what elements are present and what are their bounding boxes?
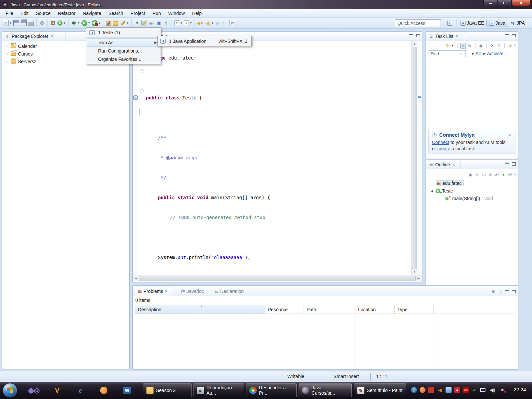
hide-static-members-icon[interactable]: ⊘ˢ	[494, 172, 500, 178]
show-whitespace-icon[interactable]: ¶	[163, 20, 169, 26]
tray-status-green-icon[interactable]: ✔	[471, 387, 477, 393]
horizontal-scrollbar[interactable]: ◀ ▶	[133, 275, 422, 281]
task-overview-marker[interactable]	[418, 96, 421, 98]
tab-close-icon[interactable]: ✕	[452, 163, 455, 167]
focus-on-workweek-icon[interactable]: ◉	[478, 43, 484, 49]
run-history-icon[interactable]: ▶	[92, 20, 97, 26]
run-icon[interactable]: ▶	[81, 20, 87, 26]
skip-all-breakpoints-icon[interactable]: ⊘	[39, 20, 45, 26]
view-menu-icon[interactable]: ▽	[514, 44, 516, 47]
internet-explorer-icon[interactable]: e	[76, 386, 85, 395]
menu-help[interactable]: Help	[189, 9, 205, 17]
maximize-view-icon[interactable]	[512, 162, 516, 166]
taskbar-button-eclipse[interactable]: Java - Cursos/sr...	[299, 383, 352, 397]
activate-link[interactable]: Activate...	[487, 51, 507, 56]
team-synchronize-icon[interactable]: ◉◦	[149, 20, 155, 26]
view-menu-icon[interactable]: ▽	[514, 173, 516, 176]
new-wizard-icon[interactable]: ✦	[3, 20, 9, 26]
tray-network-icon[interactable]	[480, 388, 485, 392]
maximize-view-icon[interactable]	[512, 34, 516, 37]
expand-arrow-icon[interactable]: ▷	[6, 44, 9, 48]
quick-access-input[interactable]	[395, 19, 441, 27]
column-header-resource[interactable]: Resource	[265, 305, 304, 314]
outline-item-method[interactable]: s main(String[]) : void	[426, 195, 518, 202]
outline-tab[interactable]: ☷ Outline ✕	[426, 160, 461, 169]
expand-arrow-icon[interactable]: ▷	[6, 52, 9, 56]
menu-search[interactable]: Search	[105, 9, 127, 17]
code-area[interactable]: package edu.fatec; public class Teste { …	[146, 41, 411, 275]
vertical-scrollbar[interactable]: ▲ ▼	[411, 41, 417, 275]
taskbar-button-paint[interactable]: ✎ Sem título - Paint	[354, 383, 406, 397]
menu-navigate[interactable]: Navigate	[79, 9, 105, 17]
new-java-class-icon[interactable]: C	[57, 20, 63, 26]
search-torch-icon[interactable]	[120, 20, 126, 26]
tab-javadoc[interactable]: @ Javadoc	[178, 287, 207, 296]
horizontal-scroll-thumb[interactable]	[139, 276, 416, 281]
save-icon[interactable]	[13, 20, 19, 26]
close-button[interactable]: ✕	[512, 0, 530, 6]
print-icon[interactable]	[28, 20, 34, 26]
view-menu-icon[interactable]: ▽	[499, 290, 502, 293]
scroll-up-icon[interactable]: ▲	[412, 41, 417, 47]
tray-lightning-icon[interactable]: ⚡	[411, 387, 417, 393]
notification-close-icon[interactable]: ✕	[509, 133, 512, 137]
minimize-view-icon[interactable]	[409, 34, 413, 37]
next-annotation-dropdown-icon[interactable]: ▾	[180, 21, 183, 25]
tray-volume-icon[interactable]: ◀)	[489, 387, 495, 393]
collapse-all-icon[interactable]: ⊟	[474, 172, 480, 178]
quicklaunch-app1-icon[interactable]: ◉◎	[29, 386, 39, 395]
create-link[interactable]: create	[437, 146, 450, 151]
menu-refactor[interactable]: Refactor	[54, 9, 79, 17]
menu-item-run-teste[interactable]: J 1 Teste (1)	[87, 28, 160, 37]
task-list-tab[interactable]: ≣ Task List ✕	[426, 32, 465, 41]
overview-ruler[interactable]	[417, 41, 422, 275]
column-header-description[interactable]: ▲ Description	[135, 305, 265, 314]
last-edit-location-icon[interactable]: ◀✦	[197, 20, 203, 26]
tray-pdf-reader-icon[interactable]	[428, 387, 434, 393]
tab-close-icon[interactable]: ✕	[51, 34, 54, 39]
debug-dropdown-icon[interactable]: ▾	[77, 21, 80, 25]
tab-close-icon[interactable]: ✕	[456, 34, 459, 39]
column-header-type[interactable]: Type	[395, 305, 434, 314]
categorized-view-icon[interactable]: ⊞	[460, 43, 466, 49]
taskbar-button-season3[interactable]: Season 3	[143, 383, 192, 397]
menu-file[interactable]: File	[2, 9, 17, 17]
forward-icon[interactable]: ▶	[215, 20, 221, 26]
hide-local-types-icon[interactable]: ⊘ᴸ	[507, 172, 513, 178]
clear-icon[interactable]: ✕	[489, 43, 495, 49]
new-java-class-dropdown-icon[interactable]: ▾	[63, 21, 66, 25]
column-header-path[interactable]: Path	[304, 305, 355, 314]
menu-item-run-as[interactable]: Run As ▶	[87, 38, 160, 47]
menu-run[interactable]: Run	[149, 9, 165, 17]
new-wizard-dropdown-icon[interactable]: ▾	[9, 21, 12, 25]
taskbar-button-autoplay[interactable]: ▸ Reprodução Au...	[194, 383, 244, 397]
back-dropdown-icon[interactable]: ▾	[211, 21, 214, 25]
filter-all-link[interactable]: All	[475, 51, 481, 56]
save-all-icon[interactable]	[21, 20, 27, 26]
minimize-view-icon[interactable]	[505, 163, 509, 166]
open-folder-icon[interactable]	[113, 21, 118, 26]
minimize-button[interactable]	[483, 0, 497, 6]
show-source-icon[interactable]: ▣	[156, 20, 162, 26]
new-task-dropdown-icon[interactable]: ▾	[451, 44, 454, 47]
menu-project[interactable]: Project	[127, 9, 149, 17]
open-task-folder-icon[interactable]	[106, 21, 111, 26]
connect-link[interactable]: Connect	[432, 140, 449, 145]
tray-media-app-icon[interactable]	[446, 387, 452, 393]
maximize-button[interactable]	[498, 0, 512, 6]
quicklaunch-vuze-icon[interactable]: V	[53, 386, 62, 395]
maximize-view-icon[interactable]	[416, 34, 420, 37]
outline-item-class[interactable]: ◢ C▶ Teste	[426, 187, 518, 195]
next-annotation-icon[interactable]: ▼	[174, 20, 179, 26]
task-annotation-icon[interactable]: ✓	[133, 95, 138, 100]
hide-fields-icon[interactable]: ⊘	[487, 172, 493, 178]
start-button[interactable]	[3, 383, 17, 398]
menu-item-run-configurations[interactable]: Run Configurations...	[87, 47, 160, 55]
taskbar-button-chrome[interactable]: Responder a Pr...	[246, 383, 297, 397]
previous-annotation-dropdown-icon[interactable]: ▾	[189, 21, 193, 25]
tray-action-center-icon[interactable]: ⚑✖	[499, 387, 505, 393]
tab-problems[interactable]: ▦ Problems ✕	[135, 287, 171, 296]
back-icon[interactable]: ◀	[204, 20, 210, 26]
tray-ati-icon[interactable]: ATI	[463, 387, 469, 393]
folding-ruler[interactable]: − −	[139, 41, 145, 275]
